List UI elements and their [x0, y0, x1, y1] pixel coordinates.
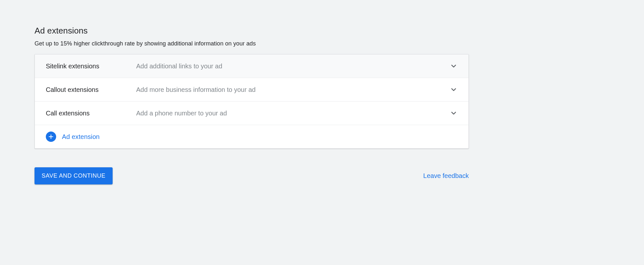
chevron-down-icon: [450, 109, 458, 117]
chevron-down-icon: [450, 86, 458, 93]
save-and-continue-button[interactable]: SAVE AND CONTINUE: [35, 167, 113, 184]
plus-icon: [46, 132, 56, 142]
chevron-down-icon: [450, 62, 458, 70]
extension-row-call[interactable]: Call extensions Add a phone number to yo…: [35, 102, 468, 125]
extension-row-callout[interactable]: Callout extensions Add more business inf…: [35, 78, 468, 102]
extension-description: Add more business information to your ad: [136, 86, 445, 93]
extension-description: Add additional links to your ad: [136, 63, 445, 70]
extension-label: Callout extensions: [46, 86, 136, 93]
extensions-card: Sitelink extensions Add additional links…: [35, 54, 469, 149]
ad-extensions-panel: Ad extensions Get up to 15% higher click…: [35, 26, 469, 184]
page-subtitle: Get up to 15% higher clickthrough rate b…: [35, 40, 469, 47]
extension-row-sitelink[interactable]: Sitelink extensions Add additional links…: [35, 54, 468, 78]
actions-bar: SAVE AND CONTINUE Leave feedback: [35, 167, 469, 184]
leave-feedback-link[interactable]: Leave feedback: [423, 172, 469, 180]
page-title: Ad extensions: [35, 26, 469, 36]
extension-label: Call extensions: [46, 110, 136, 117]
add-extension-label: Ad extension: [62, 133, 100, 141]
extension-label: Sitelink extensions: [46, 63, 136, 70]
add-extension-button[interactable]: Ad extension: [35, 125, 468, 148]
extension-description: Add a phone number to your ad: [136, 110, 445, 117]
